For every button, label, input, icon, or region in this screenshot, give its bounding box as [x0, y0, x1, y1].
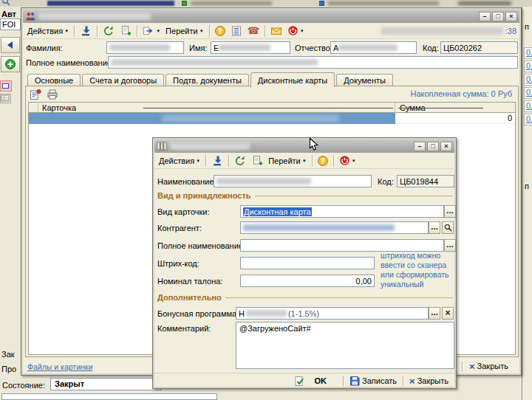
value-link[interactable]: 0, [526, 114, 532, 123]
bonus-clear-button[interactable]: × [442, 307, 454, 320]
add-button[interactable] [1, 56, 20, 72]
value-link[interactable]: 0, [526, 48, 532, 57]
toolbar-separator [205, 155, 206, 167]
barcode-label: Штрих-код: [157, 259, 200, 268]
minimize-button[interactable]: – [479, 12, 491, 21]
value-link-cell[interactable]: 0, [524, 87, 532, 99]
maximize-button[interactable]: □ [492, 12, 504, 21]
button-separator [462, 362, 463, 372]
exit-button[interactable]: ▼ [338, 154, 358, 167]
value-link[interactable]: 0, [526, 101, 532, 110]
refresh-button[interactable] [233, 154, 248, 168]
background-left-field[interactable]: FOI [0, 18, 21, 30]
background-small-button-pink[interactable] [0, 80, 12, 92]
tab-diskontnye-karty[interactable]: Дисконтные карты [250, 72, 335, 87]
mail-button[interactable] [269, 25, 284, 37]
value-link-cell[interactable]: 0, [524, 74, 532, 86]
minimize-button[interactable]: – [414, 142, 426, 151]
bonus-program-field[interactable]: Н (1-1.5%) [236, 307, 429, 320]
dropdown-icon: ▼ [64, 29, 69, 33]
dialog-toolbar: Действия▼ Перейти▼ ? ▼ [154, 153, 454, 169]
structure-button[interactable] [229, 24, 244, 38]
surname-field[interactable] [106, 41, 184, 54]
nominal-field[interactable]: 0,00 [240, 275, 375, 287]
maximize-button[interactable]: □ [427, 142, 439, 151]
copy-add-icon [120, 25, 132, 37]
value-link-cell[interactable]: 0, [524, 100, 532, 112]
tab-podtv-dokumenty[interactable]: Подтв. документы [166, 74, 249, 86]
help-button[interactable]: ? [316, 155, 330, 167]
value-link[interactable]: 0, [526, 61, 532, 70]
card-kind-field[interactable]: Дисконтная карта [240, 205, 444, 218]
actions-menu-button[interactable]: Действия▼ [26, 26, 70, 36]
name-field[interactable]: Е [211, 41, 290, 54]
bonus-select-button[interactable]: … [429, 307, 440, 320]
dialog-save-button[interactable]: Записать [347, 375, 400, 387]
help-button[interactable]: ? [214, 25, 227, 37]
exit-button[interactable]: ▼ [286, 24, 306, 37]
dialog-fullname-label: Полное наименование: [157, 241, 245, 250]
header-line [143, 108, 393, 108]
main-close-button[interactable]: × Закрыть [466, 361, 511, 371]
value-link[interactable]: 0, [526, 75, 532, 83]
fullname-select-button[interactable]: … [444, 239, 456, 252]
state-value: Закрыт [55, 379, 84, 388]
counterparty-field[interactable] [240, 221, 429, 234]
tab-scheta-i-dogovory[interactable]: Счета и договоры [82, 74, 164, 86]
save-record-button[interactable] [210, 154, 225, 168]
card-kind-label: Вид карточки: [157, 207, 210, 216]
table-header: Карточка Сумма [29, 103, 515, 113]
back-arrow-button[interactable] [1, 37, 20, 53]
value-link-cell[interactable]: 0, [524, 114, 532, 125]
dialog-titlebar[interactable]: – □ × [154, 139, 454, 153]
close-button[interactable]: × [505, 12, 517, 21]
go-menu-button[interactable]: Перейти▼ [267, 156, 308, 166]
background-tab-fragment [328, 1, 439, 5]
tab-osnovnye[interactable]: Основные [27, 74, 81, 86]
actions-menu-button[interactable]: Действия▼ [157, 156, 202, 166]
print-button[interactable] [45, 88, 60, 101]
dialog-fullname-field[interactable] [240, 239, 444, 252]
column-header-card[interactable]: Карточка [42, 103, 76, 112]
table-row-selected[interactable]: 0 [29, 113, 515, 124]
value-link-cell[interactable]: 0, [524, 61, 532, 72]
ok-button[interactable]: OK [291, 375, 341, 387]
background-right-strip: п 0, 0, 0, 0, 0, 0, п [522, 7, 532, 400]
counterparty-search-button[interactable] [442, 221, 454, 234]
fullname-field[interactable] [108, 56, 518, 69]
state-label: Состояние: [2, 381, 45, 390]
phone-button[interactable]: ☎ [246, 25, 261, 36]
copy-button[interactable] [250, 154, 265, 168]
power-icon [339, 155, 350, 166]
files-and-pictures-link[interactable]: Файлы и картинки [27, 362, 92, 371]
go-menu-button[interactable]: Перейти▼ [164, 26, 205, 36]
person-window-titlebar[interactable]: – □ × [23, 10, 519, 23]
actions-label: Действия [159, 156, 194, 165]
go-button[interactable]: ▼ [141, 24, 162, 38]
patronymic-redacted [338, 44, 398, 51]
counterparty-select-button[interactable]: … [429, 221, 440, 234]
name-prefix: Е [214, 44, 219, 52]
state-field[interactable]: Закрыт [50, 378, 161, 390]
dialog-close-button[interactable]: × Закрыть [406, 376, 451, 386]
comment-field[interactable]: @ЗагруженоСайт# [236, 322, 454, 369]
card-list-settings-button[interactable] [28, 88, 43, 101]
tab-dokumenty[interactable]: Документы [336, 74, 393, 86]
column-divider[interactable] [395, 103, 395, 113]
barcode-field[interactable] [240, 257, 375, 269]
copy-button[interactable] [118, 24, 133, 38]
value-link[interactable]: 0, [526, 88, 532, 97]
save-record-icon [211, 155, 223, 167]
comment-label: Комментарий: [157, 324, 211, 333]
background-small-button-grid[interactable] [0, 94, 11, 103]
barcode-hint-line: или сформировать [381, 270, 454, 280]
save-record-button[interactable] [78, 24, 93, 38]
value-link-cell[interactable]: 0, [524, 47, 532, 59]
patronymic-field[interactable]: А [330, 41, 417, 54]
refresh-button[interactable] [101, 24, 116, 38]
close-button[interactable]: × [440, 142, 452, 151]
background-bottom-field[interactable] [1, 393, 217, 400]
dialog-name-field[interactable] [214, 175, 372, 187]
card-kind-select-button[interactable]: … [444, 205, 456, 218]
dropdown-icon: ▼ [352, 159, 356, 163]
